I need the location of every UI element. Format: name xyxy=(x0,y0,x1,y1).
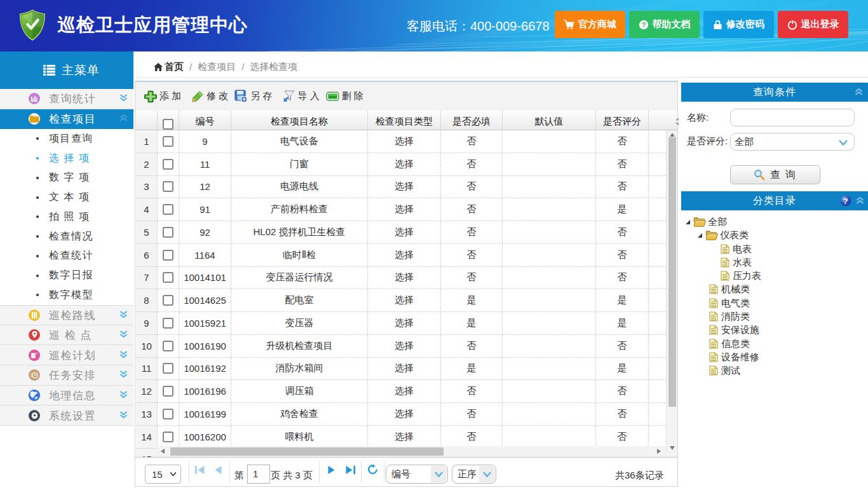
svg-text:?: ? xyxy=(641,21,646,29)
svg-text:?: ? xyxy=(843,196,849,206)
